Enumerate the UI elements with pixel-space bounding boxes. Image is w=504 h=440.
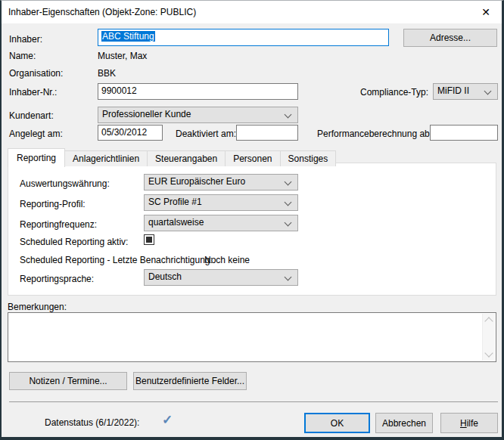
chevron-down-icon: [285, 111, 292, 119]
bemerkungen-label: Bemerkungen:: [8, 302, 67, 312]
scrollbar[interactable]: [482, 314, 495, 361]
name-value: Muster, Max: [98, 51, 147, 61]
deaktiviert-am-label: Deaktiviert am:: [176, 129, 236, 139]
auswertungswaehrung-select[interactable]: EUR Europäischer Euro: [144, 174, 298, 191]
hilfe-button[interactable]: Hilfe: [440, 413, 498, 433]
chevron-down-icon: [285, 199, 292, 206]
kundenart-label: Kundenart:: [9, 110, 54, 121]
performanceberechnung-label: Performanceberechnung ab:: [317, 129, 432, 139]
inhaber-label: Inhaber:: [9, 34, 42, 45]
tab-anlagerichtlinien[interactable]: Anlagerichtlinien: [64, 150, 148, 166]
tab-reporting[interactable]: Reporting: [8, 148, 65, 167]
deaktiviert-am-input[interactable]: [236, 125, 298, 141]
checkbox-fill-icon: [146, 237, 152, 243]
angelegt-am-input[interactable]: 05/30/2012: [98, 125, 163, 141]
performanceberechnung-input[interactable]: [430, 125, 498, 141]
name-label: Name:: [9, 51, 36, 61]
adresse-button[interactable]: Adresse...: [403, 29, 497, 47]
tab-personen[interactable]: Personen: [225, 150, 280, 166]
tabstrip: Reporting Anlagerichtlinien Steuerangabe…: [8, 148, 335, 166]
inhaber-nr-label: Inhaber-Nr.:: [9, 87, 57, 98]
bemerkungen-textarea[interactable]: [8, 312, 496, 362]
organisation-label: Organisation:: [9, 68, 63, 79]
chevron-down-icon: [285, 219, 292, 227]
kundenart-select[interactable]: Professioneller Kunde: [98, 107, 298, 123]
compliance-typ-select[interactable]: MiFID II: [433, 83, 498, 100]
letzte-benachrichtigung-value: Noch keine: [204, 255, 250, 265]
chevron-down-icon: [484, 88, 492, 95]
organisation-value: BBK: [98, 68, 116, 79]
scheduled-reporting-aktiv-label: Scheduled Reporting aktiv:: [20, 237, 128, 247]
chevron-down-icon: [285, 178, 292, 186]
checkmark-icon: ✓: [162, 412, 173, 428]
ok-button[interactable]: OK: [304, 413, 370, 433]
inhaber-input[interactable]: ABC Stiftung: [98, 29, 389, 46]
close-icon[interactable]: ✕: [478, 5, 494, 20]
auswertungswaehrung-label: Auswertungswährung:: [20, 178, 110, 189]
compliance-typ-label: Compliance-Typ:: [360, 87, 428, 98]
tab-steuerangaben[interactable]: Steuerangaben: [147, 150, 226, 166]
tab-sonstiges[interactable]: Sonstiges: [280, 150, 337, 166]
divider: [9, 401, 498, 402]
reportingsprache-label: Reportingsprache:: [20, 274, 94, 284]
benutzerdefinierte-felder-button[interactable]: Benutzerdefinierte Felder...: [133, 372, 247, 390]
titlebar: Inhaber-Eigenschaften (Objekt-Zone: PUBL…: [2, 1, 502, 23]
dialog-inhaber-eigenschaften: Inhaber-Eigenschaften (Objekt-Zone: PUBL…: [0, 0, 504, 440]
reportingsprache-select[interactable]: Deutsch: [144, 269, 298, 286]
dialog-title: Inhaber-Eigenschaften (Objekt-Zone: PUBL…: [8, 7, 196, 17]
notizen-termine-button[interactable]: Notizen / Termine...: [9, 372, 127, 390]
scroll-up-icon[interactable]: [484, 317, 493, 325]
abbrechen-button[interactable]: Abbrechen: [375, 413, 433, 433]
scroll-down-icon[interactable]: [484, 349, 493, 357]
letzte-benachrichtigung-label: Scheduled Reporting - Letzte Benachricht…: [20, 255, 213, 265]
reporting-profil-label: Reporting-Profil:: [20, 199, 86, 209]
angelegt-am-label: Angelegt am:: [9, 129, 63, 139]
reporting-profil-select[interactable]: SC Profile #1: [144, 194, 298, 211]
inhaber-input-selected-text: ABC Stiftung: [101, 31, 155, 42]
reportingfrequenz-label: Reportingfrequenz:: [20, 219, 97, 230]
inhaber-nr-input[interactable]: 9900012: [98, 83, 298, 100]
scheduled-reporting-aktiv-checkbox[interactable]: [144, 234, 154, 245]
chevron-down-icon: [285, 274, 292, 281]
datenstatus-label: Datenstatus (6/1/2022):: [45, 417, 139, 428]
reportingfrequenz-select[interactable]: quartalsweise: [144, 215, 298, 231]
